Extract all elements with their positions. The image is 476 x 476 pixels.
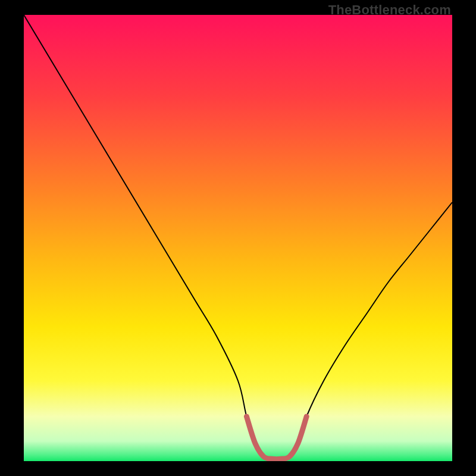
chart-frame: TheBottleneck.com	[0, 0, 476, 476]
plot-area	[24, 15, 452, 461]
bottleneck-curve	[24, 15, 452, 461]
